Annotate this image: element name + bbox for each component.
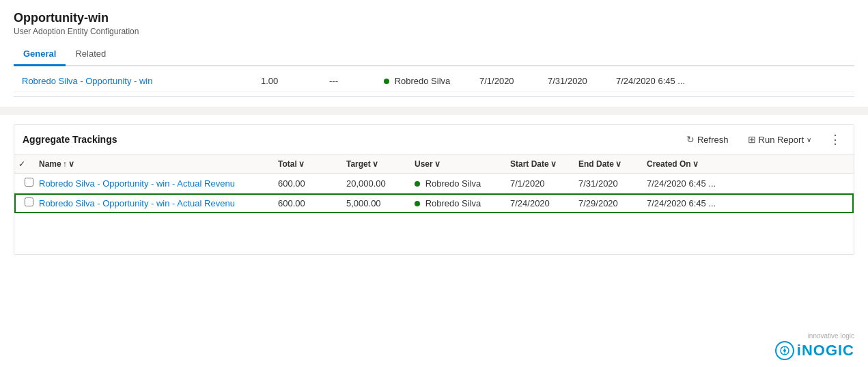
- top-record-dash: ---: [329, 76, 384, 86]
- run-report-button[interactable]: ⊞ Run Report ∨: [742, 131, 817, 148]
- inogic-brand: iNOGIC: [797, 342, 854, 359]
- col-start-date[interactable]: Start Date ∨: [510, 159, 578, 169]
- column-headers: ✓ Name ↑ ∨ Total ∨ Target ∨ User ∨ Start…: [14, 154, 854, 174]
- grid-title: Aggregate Trackings: [23, 134, 681, 145]
- row-created-on: 7/24/2020 6:45 ...: [647, 178, 756, 189]
- row-total: 600.00: [278, 198, 346, 208]
- created-on-label: Created On: [647, 159, 691, 169]
- created-on-filter-icon: ∨: [692, 159, 699, 169]
- status-dot-icon: [415, 181, 420, 187]
- status-dot-icon: [384, 79, 389, 84]
- col-user[interactable]: User ∨: [415, 159, 510, 169]
- top-record-name[interactable]: Robredo Silva - Opportunity - win: [22, 76, 261, 86]
- row-checkbox[interactable]: [18, 178, 39, 189]
- aggregate-trackings-section: Aggregate Trackings ↻ Refresh ⊞ Run Repo…: [14, 124, 854, 255]
- checkbox-header: ✓: [18, 159, 39, 169]
- row-name: Robredo Silva - Opportunity - win - Actu…: [39, 178, 278, 189]
- refresh-label: Refresh: [697, 135, 729, 145]
- total-filter-icon: ∨: [298, 159, 305, 169]
- report-icon: ⊞: [748, 134, 756, 145]
- refresh-button[interactable]: ↻ Refresh: [681, 131, 734, 148]
- target-filter-icon: ∨: [372, 159, 378, 169]
- tab-bar: General Related: [14, 43, 854, 66]
- top-record-user: Robredo Silva: [384, 76, 479, 86]
- row-target: 20,000.00: [346, 178, 415, 189]
- tab-related[interactable]: Related: [66, 43, 115, 66]
- grid-header-bar: Aggregate Trackings ↻ Refresh ⊞ Run Repo…: [14, 125, 854, 154]
- row-end-date: 7/29/2020: [578, 198, 647, 208]
- section-separator: [0, 107, 868, 115]
- col-created-on[interactable]: Created On ∨: [647, 159, 756, 169]
- row-total: 600.00: [278, 178, 346, 189]
- refresh-icon: ↻: [686, 134, 695, 145]
- row-start-date: 7/1/2020: [510, 178, 578, 189]
- row-start-date: 7/24/2020: [510, 198, 578, 208]
- run-report-label: Run Report: [759, 135, 804, 145]
- more-options-button[interactable]: ⋮: [825, 131, 845, 148]
- col-name[interactable]: Name ↑ ∨: [39, 159, 278, 169]
- sort-asc-icon: ↑: [63, 159, 67, 169]
- inogic-logo: iNOGIC: [775, 341, 854, 360]
- user-filter-icon: ∨: [434, 159, 440, 169]
- row-target: 5,000.00: [346, 198, 415, 208]
- tab-general[interactable]: General: [14, 43, 66, 66]
- row-end-date: 7/31/2020: [578, 178, 647, 189]
- top-record-created-on: 7/24/2020 6:45 ...: [616, 76, 725, 86]
- top-record-start-date: 7/1/2020: [479, 76, 548, 86]
- start-date-filter-icon: ∨: [550, 159, 557, 169]
- filter-icon: ∨: [68, 159, 74, 169]
- top-record-end-date: 7/31/2020: [548, 76, 616, 86]
- col-target[interactable]: Target ∨: [346, 159, 415, 169]
- row-user: Robredo Silva: [415, 198, 510, 208]
- status-dot-icon: [415, 201, 420, 206]
- col-end-date[interactable]: End Date ∨: [578, 159, 647, 169]
- empty-space: [14, 213, 854, 254]
- inogic-tagline: innovative logic: [775, 332, 854, 340]
- table-row[interactable]: Robredo Silva - Opportunity - win - Actu…: [14, 193, 854, 213]
- table-row[interactable]: Robredo Silva - Opportunity - win - Actu…: [14, 174, 854, 193]
- row-created-on: 7/24/2020 6:45 ...: [647, 198, 756, 208]
- row-checkbox[interactable]: [18, 198, 39, 208]
- inogic-watermark: innovative logic iNOGIC: [775, 332, 854, 360]
- page-title: Opportunity-win User Adoption Entity Con…: [14, 11, 854, 36]
- grid-actions: ↻ Refresh ⊞ Run Report ∨ ⋮: [681, 131, 845, 148]
- top-record-total: 1.00: [261, 76, 329, 86]
- aggregate-rows: Robredo Silva - Opportunity - win - Actu…: [14, 174, 854, 213]
- end-date-filter-icon: ∨: [615, 159, 621, 169]
- row-name: Robredo Silva - Opportunity - win - Actu…: [39, 198, 278, 208]
- chevron-down-icon: ∨: [807, 136, 811, 144]
- top-record-row: Robredo Silva - Opportunity - win 1.00 -…: [14, 70, 854, 92]
- inogic-icon: [775, 341, 794, 360]
- row-user: Robredo Silva: [415, 178, 510, 189]
- top-record-section: Robredo Silva - Opportunity - win 1.00 -…: [14, 66, 854, 97]
- col-total[interactable]: Total ∨: [278, 159, 346, 169]
